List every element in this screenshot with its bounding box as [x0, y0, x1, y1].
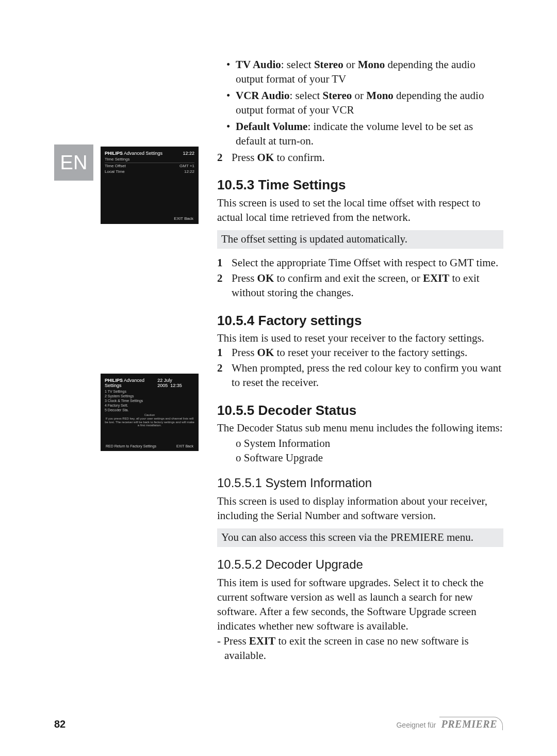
label-vcr-audio: VCR Audio	[236, 89, 289, 102]
sc2-item3: 3 Clock & Time Settings	[105, 398, 194, 403]
step-select-offset: 1Select the appropriate Time Offset with…	[217, 256, 503, 270]
subitem-system-info: o System Information	[236, 437, 503, 451]
step-red-confirm: 2When prompted, press the red colour key…	[217, 361, 503, 390]
heading-decoder-status: 10.5.5 Decoder Status	[217, 401, 503, 420]
sc1-subtitle: Time Settings	[105, 157, 194, 163]
sc2-brand: PHILIPS	[105, 378, 123, 383]
sc2-item2: 2 System Settings	[105, 394, 194, 398]
sc2-item4: 4 Factory Sett.	[105, 403, 194, 408]
language-tab: EN	[54, 144, 93, 181]
sc1-row1-value: GMT +1	[179, 164, 194, 168]
screenshot-factory-settings: PHILIPS Advanced Settings 22 July 2005 1…	[101, 374, 199, 451]
note-offset-auto: The offset setting is updated automatica…	[217, 230, 503, 249]
sc1-row2-label: Local Time	[105, 169, 125, 174]
label-default-volume: Default Volume	[236, 120, 307, 133]
premiere-logo: PREMIERE	[439, 717, 503, 730]
label-tv-audio: TV Audio	[236, 58, 281, 71]
sc2-item1: 1 TV Settings	[105, 389, 194, 394]
para-exit-no-software: - Press EXIT to exit the screen in case …	[217, 634, 503, 663]
para-factory-settings: This item is used to reset your receiver…	[217, 331, 503, 346]
bullet-default-volume: Default Volume: indicate the volume leve…	[226, 120, 503, 149]
sc1-screen: Advanced Settings	[124, 151, 162, 156]
heading-factory-settings: 10.5.4 Factory settings	[217, 312, 503, 330]
sc1-time: 12:22	[183, 151, 194, 156]
sc1-brand: PHILIPS	[105, 151, 123, 156]
step-press-ok: 2Press OK to confirm.	[217, 151, 503, 165]
step-confirm-exit: 2Press OK to confirm and exit the screen…	[217, 271, 503, 300]
sc2-foot-left: RED Return to Factory Settings	[106, 444, 156, 448]
screenshot-time-settings: PHILIPS Advanced Settings 12:22 Time Set…	[101, 147, 199, 224]
sc1-row1-label: Time Offset	[105, 164, 126, 168]
sc2-item5: 5 Decoder Sta.	[105, 408, 194, 412]
footer-suitable-for: Geeignet für	[396, 721, 436, 729]
sc1-row2-value: 12:22	[184, 169, 194, 174]
subitem-software-upgrade: o Software Upgrade	[236, 451, 503, 465]
para-system-information: This screen is used to display informati…	[217, 494, 503, 523]
sc2-caution-title: Caution	[105, 413, 194, 417]
bullet-tv-audio: TV Audio: select Stereo or Mono dependin…	[226, 58, 503, 87]
heading-decoder-upgrade: 10.5.5.2 Decoder Upgrade	[217, 556, 503, 573]
heading-system-information: 10.5.5.1 System Information	[217, 475, 503, 491]
sc2-foot-right: EXIT Back	[176, 444, 193, 448]
sc2-caution-body: If you press RED key, all your user sett…	[105, 417, 194, 427]
sc2-time: 12:35	[170, 383, 182, 388]
note-premiere-menu: You can also access this screen via the …	[217, 528, 503, 547]
para-decoder-status: The Decoder Status sub menu menu include…	[217, 421, 503, 436]
para-time-settings: This screen is used to set the local tim…	[217, 196, 503, 225]
page-footer: 82 Geeignet für PREMIERE	[54, 717, 503, 730]
page-number: 82	[54, 718, 65, 730]
sc1-foot: EXIT Back	[174, 216, 193, 221]
para-decoder-upgrade: This item is used for software upgrades.…	[217, 576, 503, 634]
bullet-vcr-audio: VCR Audio: select Stereo or Mono dependi…	[226, 89, 503, 118]
step-factory-reset: 1Press OK to reset your receiver to the …	[217, 346, 503, 360]
heading-time-settings: 10.5.3 Time Settings	[217, 176, 503, 194]
main-content: TV Audio: select Stereo or Mono dependin…	[217, 58, 503, 663]
